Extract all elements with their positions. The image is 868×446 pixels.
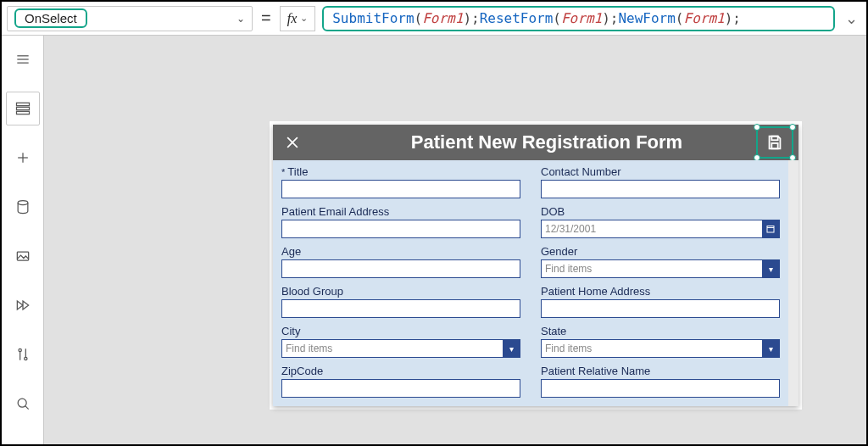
svg-line-15 <box>25 406 28 410</box>
field-label: Patient Home Address <box>541 285 780 298</box>
form-field: Contact Number <box>541 165 780 198</box>
variables-icon[interactable] <box>6 337 40 371</box>
svg-point-11 <box>24 357 26 360</box>
formula-token: SubmitForm <box>332 10 414 26</box>
chevron-down-icon: ⌄ <box>236 13 245 25</box>
chevron-down-icon: ▾ <box>503 340 520 357</box>
close-icon[interactable] <box>281 131 303 153</box>
form-field: Patient Relative Name <box>541 365 780 398</box>
property-dropdown[interactable]: OnSelect ⌄ <box>7 6 253 31</box>
form-body: TitleContact NumberPatient Email Address… <box>273 160 798 406</box>
field-label: Patient Email Address <box>281 205 520 218</box>
screen-title: Patient New Registration Form <box>303 131 790 153</box>
formula-bar: OnSelect ⌄ = fx ⌄ SubmitForm(Form1); Res… <box>2 2 866 36</box>
field-label: ZipCode <box>281 365 520 377</box>
media-icon[interactable] <box>6 239 40 273</box>
chevron-down-icon: ▾ <box>762 340 779 357</box>
text-input[interactable] <box>281 220 520 238</box>
workspace: Patient New Registration Form TitleConta… <box>2 36 866 444</box>
scrollbar-thumb[interactable] <box>790 164 797 215</box>
field-label: Contact Number <box>541 165 780 178</box>
svg-rect-3 <box>16 103 29 105</box>
svg-rect-19 <box>771 143 777 148</box>
formula-token: NewForm <box>618 10 675 26</box>
save-button[interactable] <box>756 126 793 159</box>
formula-token: ( <box>553 10 561 26</box>
chevron-down-icon: ⌄ <box>300 13 308 24</box>
placeholder: Find items <box>545 343 592 354</box>
chevron-down-icon: ▾ <box>762 260 779 277</box>
text-input[interactable] <box>541 379 780 398</box>
field-label: DOB <box>541 205 780 218</box>
text-input[interactable] <box>281 299 520 318</box>
property-name: OnSelect <box>14 8 87 28</box>
combo-input[interactable]: Find items▾ <box>541 259 780 278</box>
formula-token: ); <box>463 10 479 26</box>
text-input[interactable] <box>541 180 780 198</box>
placeholder: Find items <box>545 263 592 275</box>
form-field: CityFind items▾ <box>281 325 520 358</box>
placeholder: Find items <box>286 343 332 354</box>
form-field: DOB12/31/2001 <box>541 205 780 238</box>
search-icon[interactable] <box>6 387 40 421</box>
svg-point-8 <box>18 201 28 205</box>
field-label: Age <box>281 245 520 258</box>
text-input[interactable] <box>281 379 520 398</box>
left-rail <box>2 36 44 444</box>
field-label: Title <box>281 165 520 178</box>
svg-rect-18 <box>771 137 777 141</box>
date-input[interactable]: 12/31/2001 <box>541 220 780 238</box>
svg-rect-20 <box>767 226 774 233</box>
app-screen: Patient New Registration Form TitleConta… <box>273 125 798 406</box>
text-input[interactable] <box>281 180 520 198</box>
svg-point-10 <box>19 348 21 351</box>
form-field: Patient Email Address <box>281 205 520 238</box>
field-label: City <box>281 325 520 337</box>
text-input[interactable] <box>281 259 520 278</box>
formula-input[interactable]: SubmitForm(Form1); ResetForm(Form1); New… <box>322 6 835 31</box>
combo-input[interactable]: Find items▾ <box>281 339 520 358</box>
hamburger-icon[interactable] <box>6 42 40 76</box>
formula-token: ( <box>415 10 423 26</box>
field-label: Blood Group <box>281 285 520 298</box>
power-automate-icon[interactable] <box>6 288 40 322</box>
form-field: ZipCode <box>281 365 520 398</box>
form-field: Patient Home Address <box>541 285 780 318</box>
screen-header: Patient New Registration Form <box>273 125 798 160</box>
combo-input[interactable]: Find items▾ <box>541 339 780 358</box>
calendar-icon <box>762 220 779 237</box>
formula-token: ); <box>602 10 618 26</box>
formula-token: Form1 <box>684 10 725 26</box>
formula-token: ); <box>725 10 741 26</box>
canvas[interactable]: Patient New Registration Form TitleConta… <box>44 36 866 444</box>
svg-rect-5 <box>16 111 29 114</box>
insert-icon[interactable] <box>6 141 40 175</box>
field-label: Gender <box>541 245 780 258</box>
tree-view-icon[interactable] <box>6 92 40 125</box>
formula-expand-icon[interactable]: ⌄ <box>842 9 861 28</box>
text-input[interactable] <box>541 299 780 318</box>
equals-sign: = <box>259 8 273 28</box>
formula-token: ( <box>676 10 684 26</box>
form-field: Age <box>281 245 520 278</box>
form-field: StateFind items▾ <box>541 325 780 358</box>
formula-token: Form1 <box>422 10 463 26</box>
formula-token: Form1 <box>561 10 602 26</box>
form-field: Title <box>281 165 520 198</box>
svg-rect-9 <box>17 252 28 260</box>
svg-rect-4 <box>16 107 29 109</box>
date-value: 12/31/2001 <box>545 223 596 235</box>
field-label: Patient Relative Name <box>541 365 780 377</box>
data-icon[interactable] <box>6 190 40 224</box>
fx-label: fx <box>287 11 298 26</box>
form-field: GenderFind items▾ <box>541 245 780 278</box>
formula-token: ResetForm <box>480 10 554 26</box>
fx-button[interactable]: fx ⌄ <box>280 6 316 31</box>
svg-point-14 <box>18 399 26 407</box>
form-field: Blood Group <box>281 285 520 318</box>
field-label: State <box>541 325 780 337</box>
